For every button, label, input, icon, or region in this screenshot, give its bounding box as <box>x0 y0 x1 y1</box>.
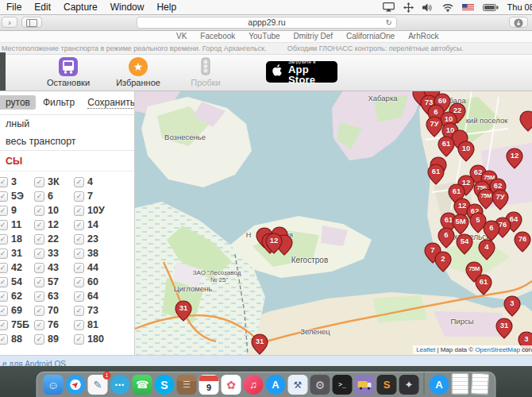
bus-marker[interactable]: 12 <box>265 233 283 254</box>
route-checkbox[interactable] <box>74 320 84 330</box>
bus-marker[interactable]: 61 <box>427 164 445 185</box>
terminal-dock-icon[interactable]: >_ <box>333 375 353 395</box>
sysprefs-dock-icon[interactable]: ⚙ <box>310 375 330 395</box>
wifi-icon[interactable] <box>442 3 453 12</box>
docs2-dock-icon[interactable] <box>471 372 489 395</box>
bus-marker[interactable]: 4 <box>478 239 495 260</box>
bus-marker[interactable]: 76 <box>514 231 531 252</box>
route-checkbox[interactable] <box>34 177 44 187</box>
route-checkbox[interactable] <box>0 277 8 287</box>
itunes-dock-icon[interactable]: ♫ <box>244 375 264 395</box>
route-checkbox[interactable] <box>74 277 84 287</box>
route-checkbox[interactable] <box>74 263 84 273</box>
leaflet-link[interactable]: Leaflet <box>416 346 435 353</box>
downloads-button[interactable] <box>509 17 528 28</box>
menu-item-help[interactable]: Help <box>156 2 176 13</box>
bookmark-item[interactable]: Facebook <box>200 32 235 40</box>
truck-dock-icon[interactable] <box>355 375 375 395</box>
route-checkbox[interactable] <box>0 334 8 345</box>
sidebar-toggle-button[interactable] <box>21 17 42 28</box>
route-checkbox[interactable] <box>34 334 44 345</box>
toolbar-button-star[interactable]: ★Избранное <box>108 56 168 87</box>
route-checkbox[interactable] <box>74 291 84 302</box>
route-checkbox[interactable] <box>74 334 84 345</box>
route-checkbox[interactable] <box>0 263 8 273</box>
bus-marker[interactable]: 3 <box>503 295 521 317</box>
route-checkbox[interactable] <box>74 220 84 230</box>
route-checkbox[interactable] <box>34 206 44 216</box>
route-checkbox[interactable] <box>34 220 44 230</box>
xcode-dock-icon[interactable]: ⚒ <box>288 375 308 395</box>
volume-icon[interactable] <box>422 3 434 12</box>
route-checkbox[interactable] <box>74 177 84 187</box>
route-checkbox[interactable] <box>0 320 8 330</box>
bookmark-item[interactable]: CaliforniaOne <box>346 32 395 40</box>
route-checkbox[interactable] <box>0 306 8 316</box>
reload-icon[interactable]: ↻ <box>386 17 392 28</box>
route-checkbox[interactable] <box>34 291 44 302</box>
bus-marker[interactable]: 6 <box>483 220 500 241</box>
facetime-dock-icon[interactable]: ☎ <box>133 375 152 395</box>
bus-marker[interactable]: 12 <box>506 148 523 169</box>
bus-marker[interactable]: 61 <box>438 136 455 157</box>
bus-marker[interactable] <box>519 110 532 132</box>
bookmark-item[interactable]: ArhRock <box>408 32 438 40</box>
panel-tab[interactable]: Фильтр <box>43 97 75 108</box>
finder-dock-icon[interactable]: ☺ <box>44 375 64 395</box>
airplay-icon[interactable] <box>383 2 395 12</box>
photos-dock-icon[interactable]: ✿ <box>222 375 241 395</box>
menu-clock[interactable]: Thu 08:4 <box>507 2 532 12</box>
route-checkbox[interactable] <box>74 306 84 316</box>
contacts-dock-icon[interactable]: ☰ <box>177 375 197 395</box>
input-language-flag-icon[interactable] <box>462 4 474 11</box>
panel-quick-link[interactable]: весь транспорт <box>0 133 134 151</box>
bus-marker[interactable]: 31 <box>175 300 192 322</box>
preview-dock-icon[interactable]: ✎1 <box>88 375 108 395</box>
panel-tab[interactable]: Сохранить <box>87 97 135 109</box>
menu-item-file[interactable]: File <box>6 2 21 13</box>
safari-dock-icon[interactable]: ➤ <box>66 375 86 395</box>
route-checkbox[interactable] <box>74 249 84 259</box>
calendar-dock-icon[interactable]: 9 <box>199 375 219 395</box>
messages-dock-icon[interactable]: ••• <box>110 375 130 395</box>
route-checkbox[interactable] <box>0 206 8 216</box>
site-status-right[interactable]: Обходим ГЛОНАСС контроль: перелётные авт… <box>287 44 464 52</box>
bus-marker[interactable]: 31 <box>495 318 513 339</box>
darkapp-dock-icon[interactable]: ✦ <box>399 375 419 395</box>
route-checkbox[interactable] <box>0 191 8 202</box>
bus-marker[interactable]: 7У <box>492 189 509 210</box>
bus-marker[interactable]: 10 <box>457 141 475 162</box>
route-checkbox[interactable] <box>34 191 44 202</box>
bookmark-item[interactable]: YouTube <box>249 32 279 40</box>
bus-marker[interactable]: 7У <box>426 116 443 137</box>
route-checkbox[interactable] <box>0 177 8 187</box>
panel-quick-link[interactable]: лный <box>0 115 134 133</box>
route-checkbox[interactable] <box>74 206 84 216</box>
route-checkbox[interactable] <box>0 291 8 302</box>
menu-item-capture[interactable]: Capture <box>64 2 98 13</box>
toolbar-button-bus[interactable]: Остановки <box>35 56 102 87</box>
skype-dock-icon[interactable]: S <box>155 375 175 395</box>
bus-marker[interactable]: 61 <box>475 274 492 295</box>
appstore2-dock-icon[interactable]: A <box>430 375 449 395</box>
forward-button[interactable]: › <box>2 17 17 28</box>
route-checkbox[interactable] <box>0 234 8 245</box>
route-checkbox[interactable] <box>0 249 8 259</box>
bookmark-item[interactable]: Dmitriy Def <box>294 32 333 40</box>
route-checkbox[interactable] <box>34 234 44 245</box>
route-checkbox[interactable] <box>34 263 44 273</box>
bus-marker[interactable]: 54 <box>456 233 473 255</box>
bookmark-item[interactable]: VK <box>176 32 187 40</box>
appstore-badge[interactable]: Загрузите в App Store <box>266 61 337 83</box>
route-checkbox[interactable] <box>34 320 44 330</box>
move-icon[interactable] <box>403 2 414 13</box>
appstore-dock-icon[interactable]: A <box>266 375 286 395</box>
route-checkbox[interactable] <box>34 249 44 259</box>
bus-marker[interactable]: 31 <box>251 333 268 355</box>
battery-icon[interactable] <box>483 4 499 11</box>
panel-tab[interactable]: рутов <box>0 95 36 110</box>
route-checkbox[interactable] <box>34 306 44 316</box>
menu-item-edit[interactable]: Edit <box>34 2 51 13</box>
map[interactable]: Хабаркабалакий поселокВознесеньеАрхангел… <box>135 91 532 355</box>
route-checkbox[interactable] <box>34 277 44 287</box>
